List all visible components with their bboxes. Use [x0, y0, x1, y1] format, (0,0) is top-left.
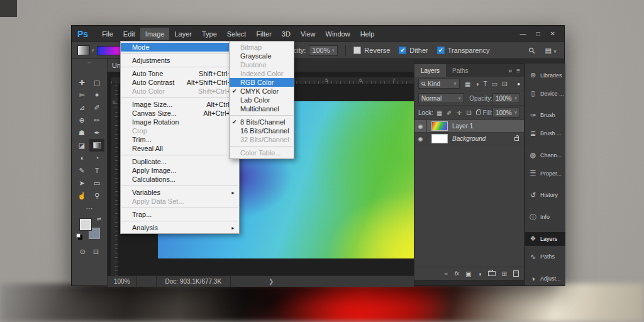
menu-item-auto-contrast[interactable]: Auto Contrast Alt+Shift+Ctrl+L — [121, 78, 239, 87]
adjustment-layer-icon[interactable]: ◑ — [478, 270, 482, 277]
brush-tool[interactable]: ✏ — [89, 114, 104, 126]
menu-item-analysis[interactable]: Analysis ► — [121, 223, 239, 232]
marquee-tool[interactable]: ▢ — [89, 76, 104, 89]
history-brush-tool[interactable]: ✒ — [89, 126, 104, 139]
visibility-eye-icon[interactable]: ◉ — [414, 133, 427, 145]
new-layer-icon[interactable]: ⊞ — [502, 270, 507, 277]
hand-tool[interactable]: ☝ — [74, 189, 89, 202]
more-tools-icon[interactable]: ⋯ — [72, 204, 107, 213]
menu-item-image-rotation[interactable]: Image Rotation ► — [121, 118, 239, 126]
quick-select-tool[interactable]: ✦ — [89, 89, 104, 101]
submenu-item-multichannel[interactable]: Multichannel — [230, 104, 294, 113]
lock-all-icon[interactable] — [476, 111, 480, 114]
menu-filter[interactable]: Filter — [251, 28, 276, 40]
menu-item-trim[interactable]: Trim... — [121, 135, 239, 144]
menu-item-image-size[interactable]: Image Size... Alt+Ctrl+I — [121, 100, 239, 109]
dock-layers[interactable]: ❖ Layers — [525, 232, 565, 246]
menu-edit[interactable]: Edit — [118, 28, 140, 40]
new-group-icon[interactable] — [488, 271, 496, 276]
menu-item-apply-image[interactable]: Apply Image... — [121, 166, 239, 175]
zoom-tool[interactable]: ⚲ — [89, 189, 104, 202]
fill-dropdown[interactable]: 100% ∨ — [492, 108, 520, 118]
layer-thumbnail[interactable] — [431, 121, 448, 131]
filter-toggle-icon[interactable]: ● — [517, 81, 520, 87]
search-icon[interactable]: ⚲ — [526, 45, 537, 55]
menu-item-mode[interactable]: Mode ► — [121, 43, 239, 52]
layer-name[interactable]: Layer 1 — [452, 123, 524, 130]
transparency-checkbox[interactable]: ✔ — [437, 47, 445, 54]
color-swatches[interactable]: ⇄ — [79, 218, 100, 239]
menu-type[interactable]: Type — [197, 28, 222, 40]
layer-style-icon[interactable]: fx — [455, 270, 459, 277]
screen-mode-icon[interactable]: ⊡ — [93, 248, 99, 256]
menu-item-adjustments[interactable]: Adjustments ► — [121, 56, 239, 65]
menu-window[interactable]: Window — [321, 28, 355, 40]
submenu-item-cmyk-color[interactable]: ✔CMYK Color — [230, 87, 294, 96]
dither-checkbox[interactable]: ✔ — [399, 47, 406, 54]
foreground-color-swatch[interactable] — [80, 219, 91, 230]
path-select-tool[interactable]: ➤ — [74, 177, 89, 189]
menu-item-variables[interactable]: Variables ► — [121, 188, 239, 197]
delete-layer-icon[interactable] — [513, 270, 519, 277]
kind-filter-dropdown[interactable]: ⚲ Kind ∨ — [418, 79, 460, 89]
dock-history[interactable]: ↺ History — [525, 188, 565, 202]
submenu-item-lab-color[interactable]: Lab Color — [230, 96, 294, 104]
menu-file[interactable]: File — [97, 28, 118, 40]
menu-item-duplicate[interactable]: Duplicate... — [121, 157, 239, 166]
chevron-down-icon[interactable]: ∨ — [91, 48, 94, 53]
quick-mask-icon[interactable]: ⊙ — [80, 248, 86, 256]
dock-properties[interactable]: ☰ Proper... — [525, 167, 565, 180]
add-mask-icon[interactable]: ▣ — [465, 270, 471, 277]
menu-3d[interactable]: 3D — [277, 28, 296, 40]
menu-image[interactable]: Image — [140, 28, 170, 40]
status-menu-arrow-icon[interactable]: ❯ — [269, 278, 274, 285]
dock-adjustments[interactable]: ◑ Adjust... — [525, 272, 565, 286]
eyedropper-tool[interactable]: ✐ — [89, 101, 104, 114]
minimize-icon[interactable]: — — [520, 30, 526, 37]
crop-tool[interactable]: ⊿ — [74, 101, 89, 114]
lock-transparent-icon[interactable]: ▦ — [436, 109, 442, 116]
dock-paths[interactable]: ∿ Paths — [525, 250, 565, 264]
lasso-tool[interactable]: ✄ — [74, 89, 89, 101]
submenu-item-rgb-color[interactable]: RGB Color — [230, 78, 294, 87]
filter-shape-icon[interactable]: ▭ — [492, 80, 497, 87]
dock-device-preview[interactable]: ▯ Device ... — [525, 87, 565, 101]
reverse-checkbox[interactable] — [353, 47, 361, 54]
maximize-icon[interactable]: □ — [536, 30, 540, 37]
filter-smart-icon[interactable]: ⊡ — [502, 80, 507, 87]
opacity-dropdown[interactable]: 100% ∨ — [309, 45, 338, 56]
zoom-level-field[interactable]: 100% — [108, 276, 137, 287]
layer-name[interactable]: Background — [452, 135, 514, 142]
submenu-item-grayscale[interactable]: Grayscale — [230, 52, 294, 60]
tab-layers[interactable]: Layers — [414, 64, 446, 77]
dock-brush[interactable]: ✑ Brush — [525, 108, 565, 122]
filter-adjustment-icon[interactable]: ◑ — [475, 80, 479, 87]
menu-select[interactable]: Select — [222, 28, 252, 40]
link-layers-icon[interactable]: ⚭ — [443, 270, 448, 277]
menu-item-canvas-size[interactable]: Canvas Size... Alt+Ctrl+C — [121, 109, 239, 118]
stamp-tool[interactable]: ☗ — [74, 126, 89, 139]
gradient-tool[interactable] — [89, 139, 104, 152]
menu-item-trap[interactable]: Trap... — [121, 210, 239, 219]
menu-item-reveal-all[interactable]: Reveal All — [121, 144, 239, 153]
dock-channels[interactable]: ◍ Chann... — [525, 148, 565, 162]
dock-brush-settings[interactable]: ≣ Brush ... — [525, 126, 565, 140]
tab-paths[interactable]: Paths — [446, 64, 475, 77]
panel-menu-icon[interactable]: ≡ — [516, 67, 520, 74]
submenu-item-16-bits[interactable]: 16 Bits/Channel — [230, 126, 294, 135]
menu-layer[interactable]: Layer — [169, 28, 197, 40]
swap-colors-icon[interactable]: ⇄ — [97, 216, 101, 222]
filter-type-icon[interactable]: T — [484, 80, 487, 87]
blend-mode-dropdown[interactable]: Normal ∨ — [418, 93, 464, 103]
collapse-panel-icon[interactable]: » — [509, 67, 513, 74]
close-icon[interactable]: ✕ — [550, 30, 555, 37]
shape-tool[interactable]: ▭ — [89, 177, 104, 189]
submenu-item-8-bits[interactable]: ✔8 Bits/Channel — [230, 118, 294, 126]
dock-libraries[interactable]: ⊛ Libraries — [525, 69, 565, 82]
pen-tool[interactable]: ✎ — [74, 164, 89, 177]
filter-pixel-icon[interactable]: ▦ — [465, 80, 470, 87]
layer-row-layer-1[interactable]: ◉ Layer 1 — [414, 120, 524, 133]
visibility-eye-icon[interactable]: ◉ — [414, 120, 427, 132]
menu-help[interactable]: Help — [355, 28, 380, 40]
move-tool[interactable]: ✚ — [74, 76, 89, 89]
